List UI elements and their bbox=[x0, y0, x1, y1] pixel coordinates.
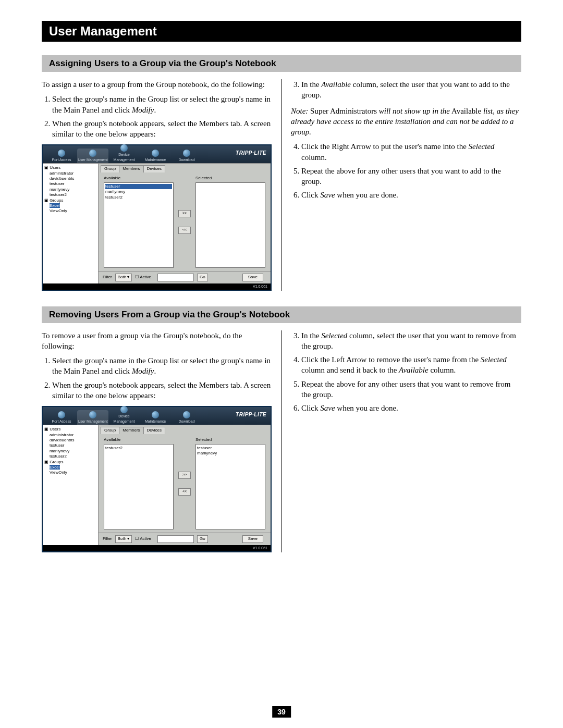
nav-device-management[interactable]: Device Management bbox=[108, 405, 140, 425]
tree-group-selected[interactable]: Excel bbox=[50, 203, 60, 208]
remove-step-2: When the group's notebook appears, selec… bbox=[52, 380, 272, 401]
list-item[interactable]: marilynevy bbox=[105, 189, 172, 194]
globe-icon bbox=[120, 144, 128, 152]
tree-user[interactable]: testuser2 bbox=[44, 192, 96, 198]
available-list[interactable]: testuser marilynevy testuser2 bbox=[104, 182, 174, 268]
remove-left-steps: Select the group's name in the Group lis… bbox=[42, 355, 272, 401]
move-right-button[interactable]: >> bbox=[178, 210, 191, 217]
remove-step-1: Select the group's name in the Group lis… bbox=[52, 355, 272, 377]
selected-label: Selected bbox=[195, 437, 265, 443]
assign-right-steps-cont: Click the Right Arrow to put the user's … bbox=[291, 141, 521, 200]
assign-note: Note: Super Administrators will not show… bbox=[291, 106, 521, 138]
assign-step-1: Select the group's name in the Group lis… bbox=[52, 94, 272, 115]
move-right-button[interactable]: >> bbox=[178, 472, 191, 479]
assign-step-5: Repeat the above for any other users tha… bbox=[301, 166, 521, 187]
tree-user[interactable]: davidbuentris bbox=[44, 176, 96, 181]
tree-user[interactable]: testuser bbox=[44, 443, 96, 448]
chapter-title: User Management bbox=[42, 21, 521, 42]
tree-user[interactable]: administrator bbox=[44, 171, 96, 176]
ss-toolbar: Port Access User Management Device Manag… bbox=[43, 145, 271, 163]
section-heading-assign: Assigning Users to a Group via the Group… bbox=[42, 55, 521, 72]
tab-devices[interactable]: Devices bbox=[143, 165, 165, 172]
available-label: Available bbox=[104, 437, 174, 443]
move-left-button[interactable]: << bbox=[178, 227, 191, 234]
globe-icon bbox=[89, 411, 96, 418]
tree-groups[interactable]: ▣ Groups bbox=[44, 460, 96, 465]
nav-download[interactable]: Download bbox=[171, 410, 202, 425]
globe-icon bbox=[120, 406, 128, 413]
tree-group[interactable]: ViewOnly bbox=[44, 208, 96, 214]
active-checkbox[interactable]: ☐ Active bbox=[135, 536, 151, 542]
globe-icon bbox=[58, 150, 65, 157]
available-list[interactable]: testuser2 bbox=[104, 444, 174, 529]
sidebar-tree[interactable]: ▣ Users administrator davidbuentris test… bbox=[43, 425, 99, 545]
remove-step-6: Click Save when you are done. bbox=[301, 403, 521, 413]
filter-label: Filter bbox=[103, 275, 112, 280]
section-heading-remove: Removing Users From a Group via the Grou… bbox=[42, 306, 521, 323]
remove-right-steps: In the Selected column, select the user … bbox=[291, 330, 521, 414]
tree-users[interactable]: ▣ Users bbox=[44, 165, 96, 170]
assign-step-4: Click the Right Arrow to put the user's … bbox=[301, 141, 521, 163]
tree-groups[interactable]: ▣ Groups bbox=[44, 198, 96, 203]
globe-icon bbox=[89, 150, 96, 157]
selected-list[interactable] bbox=[195, 182, 265, 268]
filter-label: Filter bbox=[103, 536, 112, 542]
tab-devices[interactable]: Devices bbox=[143, 427, 165, 434]
list-item[interactable]: testuser bbox=[105, 184, 172, 189]
remove-intro: To remove a user from a group via the Gr… bbox=[42, 330, 272, 352]
selected-list[interactable]: testuser marilynevy bbox=[195, 444, 265, 529]
tree-user[interactable]: davidbuentris bbox=[44, 438, 96, 443]
nav-download[interactable]: Download bbox=[171, 149, 202, 163]
tree-user[interactable]: marilynevy bbox=[44, 449, 96, 454]
ss-footer: Filter Both ▾ ☐ Active Go Save bbox=[99, 271, 271, 283]
notebook-tabs: GroupMembersDevices bbox=[99, 164, 271, 172]
filter-select[interactable]: Both ▾ bbox=[115, 274, 132, 281]
tree-user[interactable]: testuser2 bbox=[44, 454, 96, 459]
nav-port-access[interactable]: Port Access bbox=[46, 149, 77, 163]
globe-icon bbox=[152, 411, 159, 418]
nav-maintenance[interactable]: Maintenance bbox=[140, 410, 171, 425]
ss-toolbar: Port Access User Management Device Manag… bbox=[43, 407, 271, 425]
assign-screenshot: Port Access User Management Device Manag… bbox=[42, 144, 272, 290]
remove-step-5: Repeat the above for any other users tha… bbox=[301, 379, 521, 400]
brand-logo: TRIPP·LITE bbox=[236, 411, 266, 418]
tree-user[interactable]: marilynevy bbox=[44, 187, 96, 192]
tab-members[interactable]: Members bbox=[119, 165, 143, 172]
assign-step-6: Click Save when you are done. bbox=[301, 190, 521, 200]
tree-users[interactable]: ▣ Users bbox=[44, 427, 96, 432]
nav-port-access[interactable]: Port Access bbox=[46, 410, 77, 425]
tab-group[interactable]: Group bbox=[101, 165, 119, 172]
move-left-button[interactable]: << bbox=[178, 488, 191, 496]
nav-device-management[interactable]: Device Management bbox=[108, 143, 140, 163]
active-checkbox[interactable]: ☐ Active bbox=[135, 275, 151, 280]
assign-columns: To assign a user to a group from the Gro… bbox=[42, 79, 521, 291]
save-button[interactable]: Save bbox=[242, 535, 263, 543]
save-button[interactable]: Save bbox=[242, 274, 263, 281]
tab-members[interactable]: Members bbox=[119, 427, 143, 434]
filter-input[interactable] bbox=[157, 274, 194, 281]
notebook-tabs: GroupMembersDevices bbox=[99, 425, 271, 434]
go-button[interactable]: Go bbox=[197, 274, 208, 281]
tree-user[interactable]: administrator bbox=[44, 433, 96, 438]
nav-maintenance[interactable]: Maintenance bbox=[140, 149, 171, 163]
list-item[interactable]: marilynevy bbox=[197, 451, 264, 456]
remove-step-3: In the Selected column, select the user … bbox=[301, 330, 521, 352]
go-button[interactable]: Go bbox=[197, 535, 208, 543]
status-bar: V1.0.061 bbox=[43, 283, 271, 289]
list-item[interactable]: testuser bbox=[197, 446, 264, 451]
list-item[interactable]: testuser2 bbox=[105, 195, 172, 200]
filter-select[interactable]: Both ▾ bbox=[115, 535, 132, 543]
filter-input[interactable] bbox=[157, 535, 194, 543]
sidebar-tree[interactable]: ▣ Users administrator davidbuentris test… bbox=[43, 164, 99, 283]
tree-user[interactable]: testuser bbox=[44, 181, 96, 187]
tab-group[interactable]: Group bbox=[101, 427, 119, 434]
list-item[interactable]: testuser2 bbox=[105, 446, 172, 451]
tree-group[interactable]: ViewOnly bbox=[44, 470, 96, 475]
nav-user-management[interactable]: User Management bbox=[77, 410, 108, 425]
assign-step-2: When the group's notebook appears, selec… bbox=[52, 118, 272, 140]
assign-step-3: In the Available column, select the user… bbox=[301, 79, 521, 101]
globe-icon bbox=[183, 150, 190, 157]
nav-user-management[interactable]: User Management bbox=[77, 149, 108, 163]
tree-group-selected[interactable]: Excel bbox=[50, 465, 60, 470]
globe-icon bbox=[58, 411, 65, 418]
